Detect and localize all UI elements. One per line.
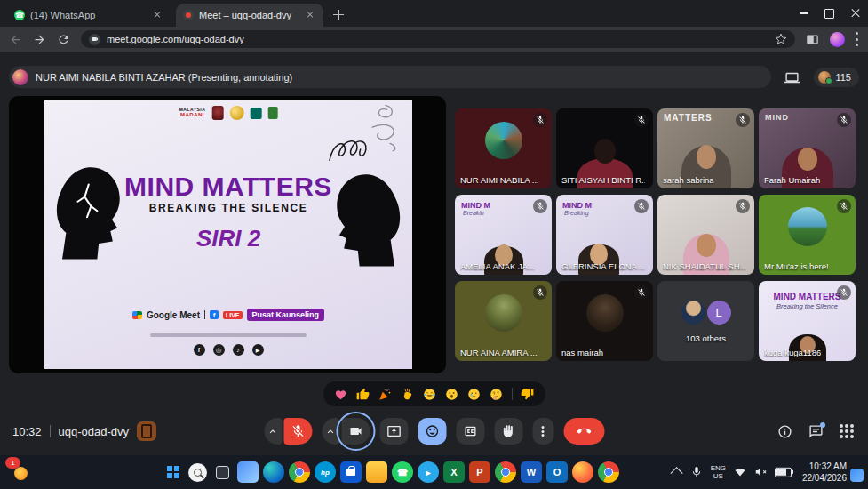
address-bar[interactable]: meet.google.com/uqq-odad-dvy	[81, 30, 795, 48]
notification-center-icon[interactable]	[850, 469, 864, 482]
presenter-banner-text: NUR AIMI NABILA BINTI AZAHAR (Presenting…	[36, 72, 292, 83]
task-view-button[interactable]	[211, 461, 233, 483]
chrome-icon[interactable]	[289, 461, 310, 483]
participant-name: sarah sabrina	[663, 175, 714, 185]
participant-tile[interactable]: NUR AINA AMIRA ...	[455, 281, 552, 361]
virtual-bg-text: MIND M	[461, 201, 490, 210]
captions-button[interactable]	[456, 418, 484, 445]
thinking-face-reaction[interactable]	[490, 387, 504, 401]
widgets-button[interactable]	[237, 461, 259, 483]
camera-button[interactable]	[341, 418, 370, 445]
participant-grid: NUR AIMI NABILA ... SITI AISYAH BINTI R.…	[455, 108, 859, 361]
taskbar-clock[interactable]: 10:32 AM 22/04/2026	[802, 461, 847, 484]
clapping-hands-reaction[interactable]	[401, 387, 415, 401]
participant-tile[interactable]: MIND Farah Umairah	[759, 108, 856, 188]
participant-tile[interactable]: NUR AIMI NABILA ...	[455, 108, 552, 188]
firefox-icon[interactable]	[572, 461, 593, 483]
start-button[interactable]	[163, 461, 184, 483]
participant-tile[interactable]: MIND MATTERS Breaking the Silence kuga k…	[759, 281, 856, 361]
tab-close-icon[interactable]	[304, 9, 316, 21]
word-icon[interactable]: W	[521, 461, 542, 483]
participant-tile[interactable]: Mr Mu'az is here!	[759, 195, 856, 275]
mic-muted-icon	[837, 199, 851, 213]
maximize-button[interactable]	[816, 0, 842, 27]
cast-screen-icon[interactable]	[784, 70, 800, 85]
leave-call-button[interactable]	[563, 418, 604, 445]
participant-tile[interactable]: NIK SHAIDATUL SH...	[657, 195, 754, 275]
party-popper-reaction[interactable]	[378, 387, 393, 401]
chat-icon[interactable]	[808, 424, 824, 439]
presentation-stage[interactable]: MALAYSIA MADANI MIND MATTERS	[9, 96, 446, 373]
back-icon[interactable]	[9, 33, 22, 46]
hp-icon[interactable]: hp	[315, 461, 336, 483]
more-options-button[interactable]	[532, 418, 553, 445]
microsoft-store-icon[interactable]	[340, 461, 362, 483]
network-icon[interactable]	[734, 466, 746, 478]
close-button[interactable]	[842, 0, 868, 27]
tray-mic-icon[interactable]	[690, 466, 703, 478]
tears-of-joy-reaction[interactable]	[423, 387, 437, 401]
chrome-icon[interactable]	[598, 461, 619, 483]
file-explorer-icon[interactable]	[366, 461, 387, 483]
telegram-icon[interactable]	[418, 461, 439, 483]
excel-icon[interactable]: X	[443, 461, 465, 483]
bookmark-star-icon[interactable]	[775, 33, 787, 45]
participant-tile[interactable]: nas mairah	[556, 281, 653, 361]
slide-logos: MALAYSIA MADANI	[179, 106, 278, 120]
search-button[interactable]	[188, 463, 207, 482]
forward-icon[interactable]	[33, 33, 46, 46]
slide-platform-row: Google Meet f LIVE Pusat Kaunseling	[44, 309, 412, 321]
participant-tile[interactable]: MATTERS sarah sabrina	[657, 108, 754, 188]
participant-name: NUR AIMI NABILA ...	[460, 175, 539, 185]
language-indicator[interactable]: ENG US	[711, 464, 726, 480]
thumbs-down-reaction[interactable]	[521, 387, 535, 401]
site-info-icon[interactable]	[89, 34, 100, 45]
battery-icon[interactable]	[775, 468, 792, 477]
tray-overflow-chevron[interactable]	[670, 467, 682, 479]
crying-face-reaction[interactable]	[467, 387, 482, 401]
virtual-bg-text: MIND M	[562, 201, 592, 210]
participant-tile[interactable]: MIND M Breakin AMELIA ANAK JA...	[455, 195, 552, 275]
chrome-icon[interactable]	[495, 461, 516, 483]
profile-avatar[interactable]	[830, 32, 845, 47]
minimize-button[interactable]	[791, 0, 816, 27]
browser-menu-icon[interactable]	[856, 32, 859, 46]
camera-options-chevron[interactable]	[322, 418, 339, 445]
activities-icon[interactable]	[840, 424, 854, 438]
reactions-button[interactable]	[418, 418, 446, 445]
mic-muted-icon	[837, 113, 851, 127]
whatsapp-favicon	[14, 10, 25, 20]
thumbs-up-reaction[interactable]	[356, 387, 370, 401]
meeting-details-icon[interactable]	[777, 424, 792, 439]
taskbar-weather-widget[interactable]: 1	[7, 460, 32, 485]
reload-icon[interactable]	[57, 33, 70, 46]
mic-options-chevron[interactable]	[264, 418, 282, 445]
new-tab-button[interactable]	[329, 5, 348, 25]
astonished-face-reaction[interactable]	[445, 387, 459, 401]
tab-close-icon[interactable]	[151, 9, 163, 21]
sparkling-heart-reaction[interactable]	[334, 387, 348, 401]
tab-meet[interactable]: Meet – uqq-odad-dvy	[176, 4, 323, 27]
mic-muted-icon	[736, 199, 750, 213]
mic-mute-button[interactable]	[283, 418, 312, 445]
participants-count-chip[interactable]: 115	[814, 68, 859, 87]
edge-icon[interactable]	[263, 461, 284, 483]
tab-whatsapp[interactable]: (14) WhatsApp	[7, 4, 171, 27]
participant-tile[interactable]: MIND M Breaking GLERINSIA ELONA ...	[556, 195, 653, 275]
outlook-icon[interactable]: O	[546, 461, 568, 483]
participant-tile[interactable]: SITI AISYAH BINTI R...	[556, 108, 653, 188]
host-controls-icon[interactable]	[137, 421, 156, 441]
notification-badge: 1	[5, 457, 20, 469]
whatsapp-icon[interactable]	[392, 461, 413, 483]
overflow-participants-tile[interactable]: L 103 others	[657, 281, 754, 361]
virtual-bg-subtext: Breaking the Silence	[759, 302, 856, 310]
powerpoint-icon[interactable]: P	[469, 461, 490, 483]
side-panel-icon[interactable]	[806, 33, 819, 46]
raise-hand-button[interactable]	[494, 418, 522, 445]
volume-muted-icon[interactable]	[754, 466, 767, 478]
mic-muted-icon	[533, 199, 547, 213]
meeting-info: 10:32 uqq-odad-dvy	[12, 416, 156, 446]
present-screen-button[interactable]	[379, 418, 408, 445]
participant-name: NIK SHAIDATUL SH...	[663, 261, 746, 271]
instagram-icon	[213, 344, 225, 356]
